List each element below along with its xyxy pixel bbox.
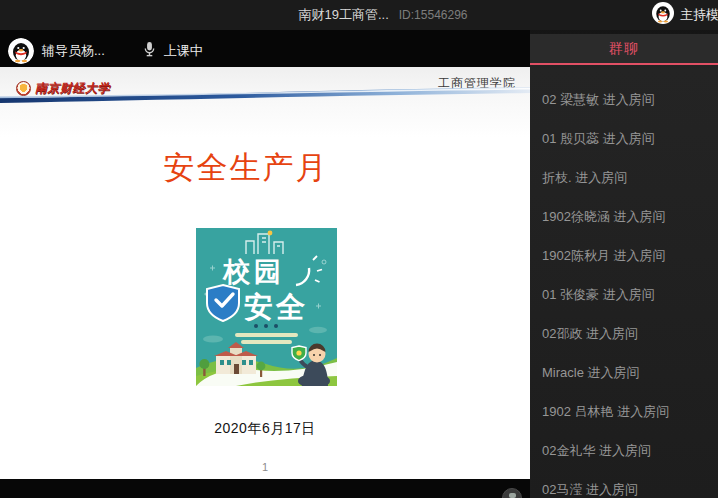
slide-page-number: 1	[0, 461, 530, 473]
chat-message: Miracle 进入房间	[542, 353, 712, 392]
floating-control-button[interactable]	[502, 488, 522, 498]
chat-message-list[interactable]: 02 梁慧敏 进入房间 01 殷贝蕊 进入房间 折枝. 进入房间 1902徐晓涵…	[530, 65, 718, 498]
chat-sidebar: 群聊 02 梁慧敏 进入房间 01 殷贝蕊 进入房间 折枝. 进入房间 1902…	[530, 30, 718, 498]
qq-penguin-icon	[652, 2, 674, 28]
chat-message: 02邵政 进入房间	[542, 314, 712, 353]
tab-group-chat[interactable]: 群聊	[530, 34, 718, 65]
chat-message: 1902 吕林艳 进入房间	[542, 392, 712, 431]
bottom-strip	[0, 479, 530, 498]
chat-message: 02金礼华 进入房间	[542, 431, 712, 470]
room-title: 南财19工商管...	[298, 6, 388, 24]
chat-message: 02马滢 进入房间	[542, 470, 712, 498]
host-avatar[interactable]	[8, 38, 34, 64]
chat-message: 1902陈秋月 进入房间	[542, 236, 712, 275]
host-bar: 辅导员杨... 上课中	[0, 30, 530, 67]
university-emblem-icon	[16, 81, 31, 96]
poster-line1: 校园	[222, 257, 285, 287]
presentation-slide: 工商管理学院 南京财经大学 安全生产月	[0, 67, 530, 479]
slide-date: 2020年6月17日	[0, 420, 530, 438]
app-window: 南财19工商管... ID:15546296 主持模式	[0, 0, 718, 498]
host-mode-button[interactable]: 主持模式	[652, 0, 718, 30]
chat-message: 折枝. 进入房间	[542, 158, 712, 197]
university-name: 南京财经大学	[35, 80, 110, 97]
group-chat-tab-label: 群聊	[609, 40, 639, 58]
host-name: 辅导员杨...	[42, 42, 105, 60]
chat-message: 01 张俊豪 进入房间	[542, 275, 712, 314]
chat-message: 01 殷贝蕊 进入房间	[542, 119, 712, 158]
room-id: ID:15546296	[399, 8, 468, 22]
microphone-icon	[143, 41, 156, 62]
class-status-label: 上课中	[164, 42, 203, 60]
slide-title: 安全生产月	[0, 147, 511, 189]
poster-image: 校园 安全	[196, 228, 337, 386]
poster-line2: 安全	[244, 291, 308, 323]
chat-message: 02 梁慧敏 进入房间	[542, 80, 712, 119]
university-logo: 南京财经大学	[16, 80, 110, 97]
host-mode-label: 主持模式	[680, 6, 718, 24]
window-titlebar: 南财19工商管... ID:15546296 主持模式	[0, 0, 718, 30]
chat-message: 1902徐晓涵 进入房间	[542, 197, 712, 236]
